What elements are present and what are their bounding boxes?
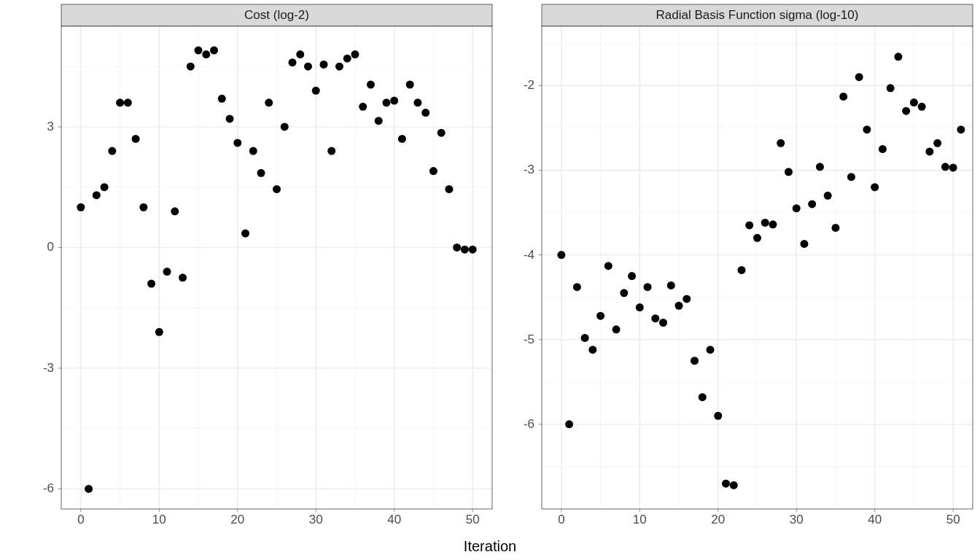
- data-point: [359, 103, 367, 111]
- data-point: [116, 98, 124, 106]
- data-point: [351, 50, 359, 58]
- data-point: [273, 185, 281, 193]
- data-point: [281, 122, 289, 131]
- x-tick-label: 20: [230, 513, 244, 526]
- data-point: [179, 273, 187, 281]
- data-point: [421, 109, 429, 117]
- data-point: [382, 98, 390, 106]
- data-point: [596, 312, 604, 320]
- data-point: [871, 183, 879, 191]
- data-point: [612, 325, 621, 333]
- data-point: [573, 283, 581, 291]
- data-point: [753, 234, 761, 242]
- data-point: [644, 283, 652, 291]
- data-point: [296, 50, 304, 58]
- data-point: [604, 262, 612, 270]
- data-point: [469, 246, 477, 254]
- data-point: [398, 135, 406, 143]
- data-point: [124, 98, 132, 106]
- data-point: [707, 346, 715, 354]
- data-point: [101, 183, 109, 191]
- data-point: [863, 125, 871, 133]
- data-point: [139, 203, 147, 211]
- data-point: [777, 139, 785, 147]
- data-point: [241, 230, 249, 238]
- data-point: [785, 168, 793, 176]
- y-tick-label: -4: [524, 248, 534, 262]
- data-point: [312, 87, 320, 95]
- data-point: [335, 63, 343, 71]
- y-tick-label: -3: [524, 163, 534, 176]
- data-point: [887, 84, 895, 92]
- facet-title: Radial Basis Function sigma (log-10): [656, 8, 859, 22]
- facet-chart: Cost (log-2)01020304050-6-303Radial Basi…: [0, 0, 980, 560]
- x-tick-label: 0: [558, 513, 564, 526]
- data-point: [171, 207, 179, 215]
- data-point: [839, 93, 847, 101]
- data-point: [202, 50, 210, 58]
- data-point: [327, 147, 335, 155]
- data-point: [218, 95, 226, 103]
- x-axis-label: Iteration: [464, 538, 516, 554]
- data-point: [941, 163, 949, 171]
- data-point: [769, 220, 777, 228]
- data-point: [343, 55, 351, 63]
- data-point: [565, 420, 573, 428]
- x-tick-label: 50: [946, 513, 960, 526]
- data-point: [682, 295, 691, 303]
- data-point: [257, 169, 265, 177]
- data-point: [406, 80, 414, 88]
- data-point: [738, 266, 746, 274]
- data-point: [413, 98, 421, 106]
- data-point: [628, 272, 636, 280]
- x-tick-label: 20: [711, 513, 725, 526]
- data-point: [933, 139, 941, 147]
- facet-title: Cost (log-2): [244, 8, 309, 22]
- data-point: [667, 281, 675, 289]
- x-tick-label: 0: [77, 513, 84, 526]
- data-point: [918, 103, 926, 111]
- data-point: [699, 393, 707, 401]
- x-tick-label: 40: [387, 513, 401, 526]
- data-point: [588, 346, 596, 354]
- y-tick-label: -3: [43, 361, 54, 375]
- data-point: [429, 167, 438, 175]
- data-point: [745, 221, 753, 229]
- data-point: [453, 244, 461, 252]
- data-point: [761, 219, 769, 227]
- data-point: [390, 97, 398, 105]
- x-tick-label: 30: [309, 513, 323, 526]
- data-point: [304, 63, 312, 71]
- y-tick-label: -5: [524, 332, 534, 346]
- data-point: [367, 80, 375, 88]
- data-point: [93, 191, 101, 199]
- data-point: [557, 251, 565, 259]
- y-tick-label: -2: [524, 78, 534, 92]
- data-point: [816, 163, 824, 171]
- data-point: [226, 114, 234, 122]
- data-point: [85, 485, 93, 493]
- data-point: [163, 268, 171, 276]
- x-tick-label: 10: [152, 513, 166, 526]
- data-point: [651, 314, 659, 322]
- x-tick-label: 10: [633, 513, 647, 526]
- y-tick-label: 0: [47, 240, 54, 254]
- x-tick-label: 30: [790, 513, 804, 526]
- data-point: [957, 125, 965, 133]
- data-point: [831, 224, 839, 232]
- data-point: [894, 52, 902, 61]
- data-point: [210, 47, 218, 55]
- data-point: [187, 63, 195, 71]
- data-point: [249, 147, 257, 155]
- data-point: [730, 481, 738, 489]
- data-point: [847, 173, 855, 181]
- x-tick-label: 40: [868, 513, 882, 526]
- data-point: [288, 58, 296, 66]
- data-point: [636, 303, 644, 311]
- data-point: [902, 107, 910, 115]
- data-point: [722, 480, 730, 488]
- data-point: [910, 98, 918, 106]
- data-point: [879, 145, 887, 153]
- data-point: [77, 203, 85, 211]
- data-point: [195, 47, 203, 55]
